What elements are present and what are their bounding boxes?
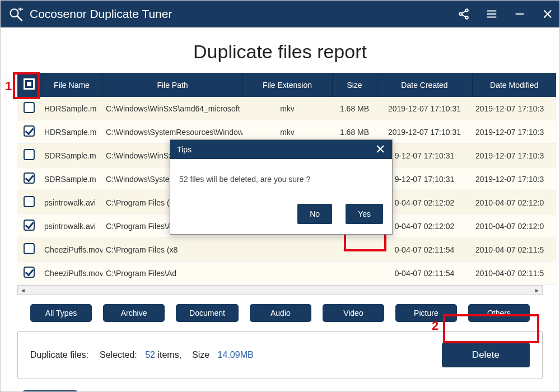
- filter-document[interactable]: Document: [176, 304, 239, 322]
- cell-ext: mkv: [242, 97, 332, 120]
- filter-archive[interactable]: Archive: [103, 304, 165, 322]
- titlebar: Cocosenor Duplicate Tuner: [1, 1, 559, 27]
- cell-name: psintrowalk.avi: [41, 214, 102, 238]
- cell-name: SDRSample.m: [41, 144, 102, 167]
- dialog-yes-button[interactable]: Yes: [346, 204, 383, 224]
- row-checkbox[interactable]: [24, 172, 35, 184]
- cell-path: C:\Windows\WinSxS\amd64_microsoft: [102, 97, 242, 120]
- cell-created: 0-04-07 02:11:54: [377, 238, 472, 262]
- app-logo-icon: [8, 6, 24, 22]
- selected-size: 14.09MB: [218, 350, 254, 360]
- row-checkbox[interactable]: [24, 125, 35, 137]
- svg-point-0: [11, 9, 18, 17]
- size-word: Size: [192, 350, 209, 360]
- cell-modified: 2010-04-07 02:11:5: [472, 262, 556, 285]
- minimize-icon[interactable]: [514, 8, 526, 20]
- menu-icon[interactable]: [486, 8, 498, 20]
- cell-modified: 2019-12-07 17:10:3: [472, 97, 556, 120]
- col-header-ext[interactable]: File Extension: [242, 73, 332, 97]
- dialog-message: 52 files will be deleted, are you sure ?: [170, 159, 392, 198]
- cell-created: 0-04-07 02:11:54: [377, 262, 472, 285]
- share-icon[interactable]: [458, 8, 470, 20]
- cell-size: [332, 238, 377, 262]
- svg-line-5: [461, 11, 465, 14]
- cell-name: SDRSample.m: [41, 167, 102, 191]
- dialog-close-icon[interactable]: ✕: [375, 144, 385, 155]
- cell-modified: 2019-12-07 17:10:3: [472, 167, 556, 191]
- delete-button[interactable]: Delete: [442, 343, 530, 367]
- filter-all-types[interactable]: All Types: [30, 304, 92, 322]
- table-row[interactable]: CheeziPuffs.movC:\Program Files\Ad0-04-0…: [17, 262, 556, 285]
- page-title: Duplicate files report: [1, 41, 559, 63]
- dialog-no-button[interactable]: No: [297, 204, 332, 224]
- col-header-modified[interactable]: Date Modified: [472, 73, 556, 97]
- cell-name: psintrowalk.avi: [41, 191, 102, 214]
- svg-line-1: [17, 16, 22, 21]
- table-row[interactable]: HDRSample.mC:\Windows\WinSxS\amd64_micro…: [17, 97, 556, 120]
- horizontal-scrollbar[interactable]: ◄ ►: [17, 285, 543, 295]
- filter-audio[interactable]: Audio: [250, 304, 311, 322]
- scroll-left-icon[interactable]: ◄: [18, 287, 28, 293]
- cell-modified: 2019-12-07 17:10:3: [472, 120, 556, 144]
- filter-bar: All TypesArchiveDocumentAudioVideoPictur…: [1, 304, 559, 322]
- selected-count: 52: [145, 350, 155, 360]
- row-checkbox[interactable]: [24, 196, 35, 207]
- dialog-title: Tips: [177, 145, 375, 154]
- cell-name: CheeziPuffs.mov: [41, 262, 102, 285]
- row-checkbox[interactable]: [24, 267, 35, 278]
- cell-modified: 2010-04-07 02:11:5: [472, 238, 556, 262]
- app-title: Cocosenor Duplicate Tuner: [30, 7, 458, 21]
- close-icon[interactable]: [542, 8, 554, 20]
- selected-label: Selected:: [100, 350, 137, 360]
- filter-others[interactable]: Others: [468, 304, 530, 322]
- cell-modified: 2019-12-07 17:10:3: [472, 144, 556, 167]
- dup-label: Duplicate files:: [30, 350, 88, 360]
- cell-name: HDRSample.m: [41, 97, 102, 120]
- callout-num-1: 1: [5, 79, 12, 94]
- filter-video[interactable]: Video: [323, 304, 384, 322]
- svg-line-6: [461, 15, 465, 17]
- cell-path: C:\Program Files\Ad: [102, 262, 242, 285]
- cell-name: HDRSample.m: [41, 120, 102, 144]
- row-checkbox[interactable]: [24, 102, 35, 113]
- scroll-right-icon[interactable]: ►: [532, 287, 542, 293]
- cell-ext: [242, 238, 332, 262]
- cell-ext: [242, 262, 332, 285]
- cell-modified: 2010-04-07 02:12:0: [472, 214, 556, 238]
- col-header-path[interactable]: File Path: [102, 73, 242, 97]
- cell-path: C:\Program Files (x8: [102, 238, 242, 262]
- cell-created: 2019-12-07 17:10:31: [377, 97, 472, 120]
- row-checkbox[interactable]: [24, 149, 35, 160]
- cell-size: 1.68 MB: [332, 97, 377, 120]
- items-word: items,: [157, 350, 181, 360]
- callout-num-2: 2: [432, 319, 438, 333]
- col-header-created[interactable]: Date Created: [377, 73, 472, 97]
- filter-picture[interactable]: Picture: [395, 304, 457, 322]
- cell-name: CheeziPuffs.mov: [41, 238, 102, 262]
- row-checkbox[interactable]: [24, 243, 35, 254]
- status-bar: Duplicate files: Selected: 52 items, Siz…: [17, 331, 543, 379]
- col-header-name[interactable]: File Name: [41, 73, 102, 97]
- row-checkbox[interactable]: [24, 220, 35, 231]
- table-row[interactable]: CheeziPuffs.movC:\Program Files (x80-04-…: [17, 238, 556, 262]
- col-header-size[interactable]: Size: [332, 73, 377, 97]
- cell-modified: 2010-04-07 02:12:0: [472, 191, 556, 214]
- cell-size: [332, 262, 377, 285]
- select-all-checkbox[interactable]: [24, 78, 35, 90]
- confirm-dialog: Tips ✕ 52 files will be deleted, are you…: [170, 139, 393, 235]
